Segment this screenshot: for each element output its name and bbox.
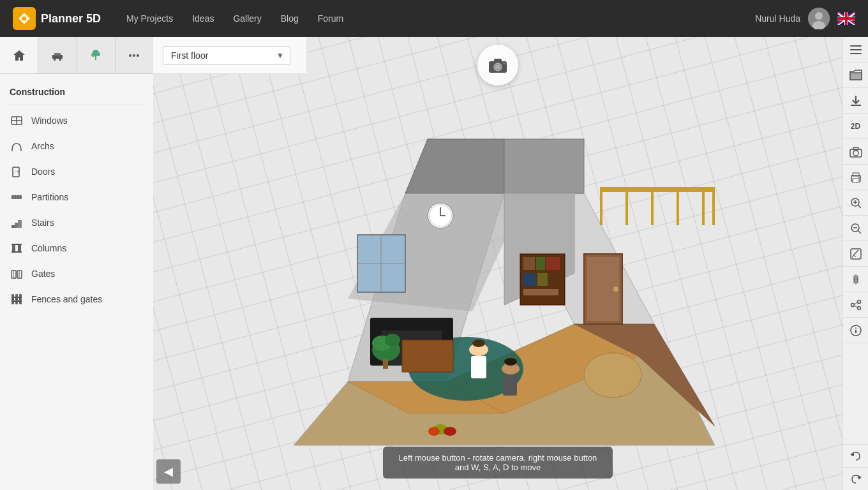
svg-rect-108: [625, 187, 628, 225]
svg-rect-76: [402, 340, 453, 372]
svg-rect-39: [15, 223, 18, 228]
sidebar-item-fences[interactable]: Fences and gates: [0, 286, 153, 312]
logo[interactable]: Planner 5D: [13, 7, 101, 30]
sidebar-item-gates[interactable]: Gates: [0, 261, 153, 286]
svg-rect-89: [523, 273, 536, 286]
divider-top: [10, 105, 144, 105]
toolbar-settings-button[interactable]: [843, 267, 869, 292]
nav-blog[interactable]: Blog: [281, 13, 299, 24]
svg-rect-21: [95, 55, 96, 60]
toolbar-print-button[interactable]: [843, 165, 869, 190]
nav-my-projects[interactable]: My Projects: [126, 13, 173, 24]
nav-gallery[interactable]: Gallery: [233, 13, 261, 24]
svg-line-138: [853, 250, 858, 255]
left-arrow-button[interactable]: ◀: [156, 459, 181, 484]
username-label: Nurul Huda: [755, 13, 800, 24]
tab-more[interactable]: [116, 37, 153, 73]
tooltip-text: Left mouse button - rotate camera, right…: [399, 453, 597, 472]
tab-plants[interactable]: [77, 37, 116, 73]
sidebar-item-stairs[interactable]: Stairs: [0, 210, 153, 235]
sidebar-item-doors[interactable]: Doors: [0, 159, 153, 184]
partitions-icon: [10, 190, 24, 204]
undo-button[interactable]: [843, 444, 869, 467]
svg-marker-62: [504, 139, 584, 193]
svg-rect-43: [11, 244, 22, 245]
nav-ideas[interactable]: Ideas: [192, 13, 214, 24]
toolbar-info-button[interactable]: [843, 318, 869, 343]
svg-point-104: [444, 427, 456, 436]
floor-selector: First floor Second floor Ground floor ▼: [153, 37, 306, 74]
toolbar-share-button[interactable]: [843, 292, 869, 318]
sidebar-item-partitions[interactable]: Partitions: [0, 184, 153, 210]
main-nav: My Projects Ideas Gallery Blog Forum: [126, 13, 755, 24]
svg-rect-44: [11, 251, 22, 253]
svg-point-33: [18, 172, 19, 173]
nav-forum[interactable]: Forum: [318, 13, 343, 24]
svg-rect-110: [677, 187, 679, 225]
svg-rect-19: [54, 53, 61, 56]
svg-rect-111: [702, 187, 705, 225]
svg-point-26: [137, 54, 139, 57]
main-viewport[interactable]: ◀ Left mouse button - rotate camera, rig…: [153, 37, 842, 490]
toolbar-download-button[interactable]: [843, 88, 869, 114]
svg-rect-91: [523, 289, 558, 295]
toolbar-2d-button[interactable]: 2D: [843, 114, 869, 139]
svg-point-24: [129, 54, 131, 57]
redo-button[interactable]: [843, 467, 869, 490]
partitions-label: Partitions: [31, 192, 68, 202]
svg-rect-49: [11, 294, 14, 304]
svg-rect-118: [850, 45, 862, 47]
viewport-tooltip: Left mouse button - rotate camera, right…: [383, 447, 613, 479]
toolbar-edit-button[interactable]: [843, 241, 869, 267]
svg-rect-112: [712, 187, 715, 225]
logo-text: Planner 5D: [41, 12, 101, 26]
floor-dropdown-wrapper: First floor Second floor Ground floor ▼: [163, 46, 290, 65]
right-toolbar: 2D: [842, 37, 868, 490]
toolbar-menu-button[interactable]: [843, 37, 869, 63]
svg-line-144: [854, 306, 857, 308]
svg-point-124: [853, 151, 858, 156]
header: Planner 5D My Projects Ideas Gallery Blo…: [0, 0, 868, 37]
tab-home[interactable]: [0, 37, 38, 73]
camera-button[interactable]: [477, 45, 518, 85]
toolbar-zoom-out-button[interactable]: [843, 216, 869, 241]
svg-point-79: [385, 334, 400, 346]
avatar[interactable]: [808, 8, 830, 29]
room-3d-view: [230, 75, 715, 471]
sidebar-item-columns[interactable]: Columns: [0, 235, 153, 261]
svg-rect-109: [651, 187, 654, 225]
toolbar-folder-button[interactable]: [843, 63, 869, 88]
svg-rect-87: [536, 257, 545, 270]
svg-rect-53: [11, 301, 22, 302]
floor-dropdown[interactable]: First floor Second floor Ground floor: [163, 46, 290, 65]
gates-icon: [10, 267, 24, 281]
svg-rect-15: [837, 17, 855, 20]
svg-point-142: [857, 306, 860, 309]
svg-point-102: [504, 358, 517, 366]
svg-rect-40: [18, 220, 22, 228]
toolbar-zoom-in-button[interactable]: [843, 190, 869, 216]
svg-point-71: [584, 353, 641, 397]
svg-line-143: [854, 302, 857, 304]
stairs-icon: [10, 216, 24, 230]
sidebar-item-windows[interactable]: Windows: [0, 108, 153, 133]
svg-rect-120: [850, 53, 862, 54]
svg-point-141: [851, 303, 854, 306]
sidebar-tab-bar: [0, 37, 153, 74]
user-area: Nurul Huda: [755, 8, 855, 29]
windows-label: Windows: [31, 115, 68, 126]
svg-point-25: [133, 54, 135, 57]
sidebar: Construction Windows Archs: [0, 37, 153, 490]
svg-rect-106: [600, 187, 715, 192]
doors-label: Doors: [31, 167, 55, 177]
flag-icon[interactable]: [837, 12, 855, 25]
svg-line-135: [858, 230, 861, 234]
toolbar-camera-button[interactable]: [843, 139, 869, 165]
archs-label: Archs: [31, 141, 54, 151]
tab-furniture[interactable]: [38, 37, 77, 73]
svg-rect-96: [471, 356, 486, 378]
svg-point-22: [91, 53, 95, 57]
svg-point-3: [815, 12, 823, 20]
svg-rect-90: [537, 273, 548, 286]
sidebar-item-archs[interactable]: Archs: [0, 133, 153, 159]
